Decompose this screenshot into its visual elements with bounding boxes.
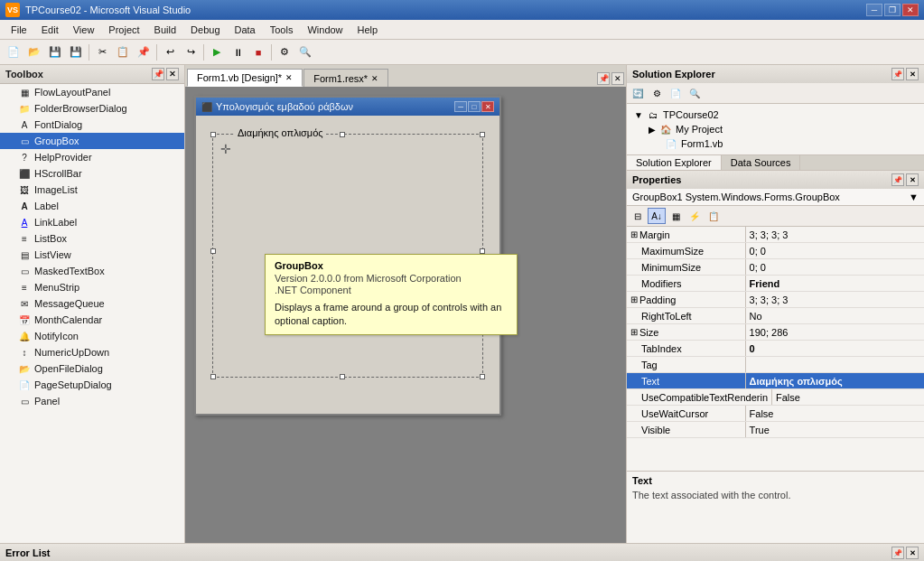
toolbox-item-fontdialog[interactable]: A FontDialog [0, 117, 184, 133]
props-grid-btn[interactable]: ▦ [667, 208, 685, 224]
design-close[interactable]: ✕ [611, 72, 624, 85]
props-val-padding[interactable]: 3; 3; 3; 3 [746, 292, 924, 307]
toolbox-item-maskedtextbox[interactable]: ▭ MaskedTextBox [0, 263, 184, 279]
tb-debug-start[interactable]: ▶ [207, 42, 227, 62]
toolbox-list[interactable]: ▦ FlowLayoutPanel 📁 FolderBrowserDialog … [0, 84, 184, 543]
props-object-dropdown-icon[interactable]: ▼ [909, 192, 919, 202]
handle-bm[interactable] [340, 374, 345, 379]
tb-open[interactable]: 📂 [24, 42, 44, 62]
toolbox-item-numericupdown[interactable]: ↕ NumericUpDown [0, 344, 184, 360]
tb-save[interactable]: 💾 [45, 42, 65, 62]
close-button[interactable]: ✕ [902, 4, 919, 16]
se-properties[interactable]: ⚙ [648, 85, 666, 101]
tab-close-form1[interactable]: ✕ [285, 73, 293, 82]
se-close[interactable]: ✕ [906, 68, 919, 80]
toolbox-item-listbox[interactable]: ≡ ListBox [0, 230, 184, 247]
solution-expand-icon[interactable]: ▼ [634, 110, 643, 120]
tb-debug-pause[interactable]: ⏸ [228, 42, 247, 62]
toolbox-item-messagequeue[interactable]: ✉ MessageQueue [0, 295, 184, 312]
se-pin[interactable]: 📌 [891, 68, 904, 80]
minimize-button[interactable]: ─ [866, 4, 882, 16]
toolbox-item-hscrollbar[interactable]: ⬛ HScrollBar [0, 165, 184, 182]
toolbox-item-groupbox[interactable]: ▭ GroupBox [0, 133, 184, 149]
props-val-visible[interactable]: True [746, 422, 924, 437]
props-close[interactable]: ✕ [906, 173, 919, 186]
toolbox-item-panel[interactable]: ▭ Panel [0, 393, 184, 409]
tb-paste[interactable]: 📌 [134, 42, 154, 62]
form-close[interactable]: ✕ [481, 101, 494, 112]
props-key-text[interactable]: Text [627, 373, 746, 388]
props-events-btn[interactable]: ⚡ [686, 208, 704, 224]
props-category-btn[interactable]: ⊟ [629, 208, 647, 224]
props-val-modifiers[interactable]: Friend [746, 276, 924, 291]
props-val-maxsize[interactable]: 0; 0 [746, 243, 924, 258]
menu-view[interactable]: View [66, 23, 102, 37]
tab-form1-design[interactable]: Form1.vb [Design]* ✕ [187, 69, 303, 87]
tb-debug-stop[interactable]: ■ [248, 42, 268, 62]
form-maximize[interactable]: □ [468, 101, 481, 112]
toolbox-item-linklabel[interactable]: A LinkLabel [0, 214, 184, 230]
tb-saveall[interactable]: 💾 [66, 42, 86, 62]
se-form1-node[interactable]: 📄 Form1.vb [630, 136, 920, 151]
tb-misc1[interactable]: ⚙ [275, 42, 294, 62]
tab-close-resx[interactable]: ✕ [371, 74, 378, 83]
tb-redo[interactable]: ↪ [181, 42, 201, 62]
tb-new[interactable]: 📄 [4, 42, 23, 62]
props-val-usecompat[interactable]: False [772, 389, 924, 405]
menu-build[interactable]: Build [147, 23, 183, 37]
errorlist-pin[interactable]: 📌 [891, 547, 904, 559]
tab-form1-resx[interactable]: Form1.resx* ✕ [303, 69, 388, 87]
menu-tools[interactable]: Tools [263, 23, 301, 37]
se-showfiles[interactable]: 📄 [667, 85, 685, 101]
props-alpha-btn[interactable]: A↓ [648, 208, 666, 224]
errorlist-close[interactable]: ✕ [906, 547, 919, 559]
props-val-text[interactable]: Διαμήκης οπλισμός [746, 373, 924, 388]
props-val-tabindex[interactable]: 0 [746, 341, 924, 356]
design-pin[interactable]: 📌 [597, 72, 610, 85]
toolbox-item-helpprovider[interactable]: ? HelpProvider [0, 149, 184, 165]
design-surface[interactable]: ⬛ Υπολογισμός εμβαδού ράβδων ─ □ ✕ [185, 87, 626, 543]
toolbox-item-openfiledialog[interactable]: 📂 OpenFileDialog [0, 360, 184, 377]
props-val-minsize[interactable]: 0; 0 [746, 259, 924, 275]
handle-br[interactable] [480, 374, 485, 379]
handle-tl[interactable] [210, 132, 216, 137]
menu-help[interactable]: Help [350, 23, 386, 37]
handle-mr[interactable] [480, 248, 485, 254]
toolbox-item-menustrip[interactable]: ≡ MenuStrip [0, 279, 184, 295]
se-tab-solution[interactable]: Solution Explorer [627, 155, 722, 170]
handle-bl[interactable] [210, 374, 216, 379]
handle-ml[interactable] [210, 248, 216, 254]
se-tab-datasources[interactable]: Data Sources [722, 155, 801, 170]
menu-data[interactable]: Data [228, 23, 263, 37]
toolbox-item-flowlayoutpanel[interactable]: ▦ FlowLayoutPanel [0, 84, 184, 100]
toolbox-item-folderbrowserdialog[interactable]: 📁 FolderBrowserDialog [0, 100, 184, 117]
toolbox-item-label[interactable]: A Label [0, 198, 184, 214]
props-val-size[interactable]: 190; 286 [746, 324, 924, 340]
toolbox-pin[interactable]: 📌 [152, 68, 164, 80]
toolbox-item-pagesetupdialog[interactable]: 📄 PageSetupDialog [0, 377, 184, 393]
props-val-usewaitcursor[interactable]: False [746, 406, 924, 421]
tb-cut[interactable]: ✂ [92, 42, 112, 62]
menu-debug[interactable]: Debug [183, 23, 227, 37]
se-solution-node[interactable]: ▼ 🗂 TPCourse02 [630, 108, 920, 122]
props-object-selector[interactable]: GroupBox1 System.Windows.Forms.GroupBox … [627, 189, 924, 206]
se-filter[interactable]: 🔍 [686, 85, 704, 101]
tb-undo[interactable]: ↩ [160, 42, 180, 62]
menu-edit[interactable]: Edit [34, 23, 66, 37]
props-pin[interactable]: 📌 [891, 173, 904, 186]
toolbox-item-monthcalendar[interactable]: 📅 MonthCalendar [0, 312, 184, 328]
se-refresh[interactable]: 🔄 [629, 85, 647, 101]
menu-file[interactable]: File [4, 23, 34, 37]
toolbox-item-imagelist[interactable]: 🖼 ImageList [0, 182, 184, 198]
restore-button[interactable]: ❐ [884, 4, 901, 16]
toolbox-item-listview[interactable]: ▤ ListView [0, 247, 184, 263]
props-val-tag[interactable] [746, 357, 924, 372]
toolbox-item-notifyicon[interactable]: 🔔 NotifyIcon [0, 328, 184, 344]
menu-window[interactable]: Window [300, 23, 350, 37]
handle-tm[interactable] [340, 132, 345, 137]
tb-copy[interactable]: 📋 [113, 42, 133, 62]
se-myproject-node[interactable]: ▶ 🏠 My Project [630, 122, 920, 136]
menu-project[interactable]: Project [101, 23, 146, 37]
handle-tr[interactable] [480, 132, 485, 137]
toolbox-close[interactable]: ✕ [166, 68, 179, 80]
